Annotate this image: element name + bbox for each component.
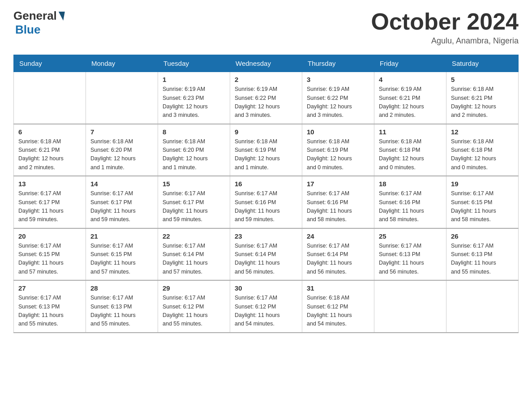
day-number: 8 (163, 128, 225, 136)
calendar-cell: 29Sunrise: 6:17 AM Sunset: 6:12 PM Dayli… (158, 280, 230, 333)
calendar-cell: 31Sunrise: 6:18 AM Sunset: 6:12 PM Dayli… (302, 280, 374, 333)
calendar-cell: 8Sunrise: 6:18 AM Sunset: 6:20 PM Daylig… (158, 124, 230, 176)
day-number: 9 (235, 128, 297, 136)
header-row: SundayMondayTuesdayWednesdayThursdayFrid… (14, 55, 519, 72)
calendar-cell: 11Sunrise: 6:18 AM Sunset: 6:18 PM Dayli… (374, 124, 446, 176)
calendar-cell (374, 280, 446, 333)
day-number: 6 (18, 128, 81, 136)
day-info: Sunrise: 6:18 AM Sunset: 6:12 PM Dayligh… (307, 294, 369, 329)
day-info: Sunrise: 6:17 AM Sunset: 6:15 PM Dayligh… (451, 189, 514, 224)
day-number: 28 (90, 284, 153, 292)
day-number: 13 (18, 180, 81, 188)
day-info: Sunrise: 6:19 AM Sunset: 6:22 PM Dayligh… (235, 85, 297, 120)
calendar-cell: 5Sunrise: 6:18 AM Sunset: 6:21 PM Daylig… (446, 72, 519, 124)
day-number: 20 (18, 232, 81, 240)
day-number: 3 (307, 76, 369, 83)
day-number: 16 (235, 180, 297, 188)
day-of-week-header: Wednesday (230, 55, 302, 72)
day-number: 2 (235, 76, 297, 83)
day-info: Sunrise: 6:18 AM Sunset: 6:20 PM Dayligh… (90, 137, 153, 172)
day-number: 11 (379, 128, 442, 136)
calendar-week-row: 20Sunrise: 6:17 AM Sunset: 6:15 PM Dayli… (14, 228, 519, 281)
day-number: 22 (163, 232, 225, 240)
day-number: 14 (90, 180, 153, 188)
day-number: 5 (451, 76, 514, 83)
title-block: October 2024 Agulu, Anambra, Nigeria (371, 9, 519, 46)
day-info: Sunrise: 6:17 AM Sunset: 6:14 PM Dayligh… (307, 242, 369, 277)
calendar-cell: 27Sunrise: 6:17 AM Sunset: 6:13 PM Dayli… (14, 280, 86, 333)
day-number: 7 (90, 128, 153, 136)
day-number: 17 (307, 180, 369, 188)
calendar-week-row: 27Sunrise: 6:17 AM Sunset: 6:13 PM Dayli… (14, 280, 519, 333)
day-of-week-header: Thursday (302, 55, 374, 72)
day-number: 27 (18, 284, 81, 292)
day-info: Sunrise: 6:17 AM Sunset: 6:15 PM Dayligh… (90, 242, 153, 277)
day-info: Sunrise: 6:18 AM Sunset: 6:21 PM Dayligh… (451, 85, 514, 120)
calendar-cell: 16Sunrise: 6:17 AM Sunset: 6:16 PM Dayli… (230, 176, 302, 228)
day-number: 23 (235, 232, 297, 240)
day-info: Sunrise: 6:17 AM Sunset: 6:12 PM Dayligh… (235, 294, 297, 329)
logo-text: General (13, 9, 65, 23)
day-info: Sunrise: 6:17 AM Sunset: 6:13 PM Dayligh… (18, 294, 81, 329)
calendar-week-row: 1Sunrise: 6:19 AM Sunset: 6:23 PM Daylig… (14, 72, 519, 124)
calendar-cell: 17Sunrise: 6:17 AM Sunset: 6:16 PM Dayli… (302, 176, 374, 228)
calendar-week-row: 6Sunrise: 6:18 AM Sunset: 6:21 PM Daylig… (14, 124, 519, 176)
day-number: 26 (451, 232, 514, 240)
calendar-cell: 30Sunrise: 6:17 AM Sunset: 6:12 PM Dayli… (230, 280, 302, 333)
calendar-header: SundayMondayTuesdayWednesdayThursdayFrid… (14, 55, 519, 72)
day-number: 15 (163, 180, 225, 188)
day-info: Sunrise: 6:17 AM Sunset: 6:13 PM Dayligh… (379, 242, 442, 277)
day-of-week-header: Friday (374, 55, 446, 72)
calendar-table: SundayMondayTuesdayWednesdayThursdayFrid… (13, 55, 519, 333)
day-info: Sunrise: 6:18 AM Sunset: 6:19 PM Dayligh… (235, 137, 297, 172)
calendar-cell: 13Sunrise: 6:17 AM Sunset: 6:17 PM Dayli… (14, 176, 86, 228)
day-info: Sunrise: 6:17 AM Sunset: 6:17 PM Dayligh… (90, 189, 153, 224)
logo-blue-text: Blue (15, 23, 40, 36)
day-info: Sunrise: 6:17 AM Sunset: 6:12 PM Dayligh… (163, 294, 225, 329)
calendar-cell: 9Sunrise: 6:18 AM Sunset: 6:19 PM Daylig… (230, 124, 302, 176)
calendar-cell: 10Sunrise: 6:18 AM Sunset: 6:19 PM Dayli… (302, 124, 374, 176)
calendar-cell: 7Sunrise: 6:18 AM Sunset: 6:20 PM Daylig… (86, 124, 158, 176)
day-of-week-header: Saturday (446, 55, 519, 72)
day-info: Sunrise: 6:18 AM Sunset: 6:21 PM Dayligh… (18, 137, 81, 172)
day-number: 4 (379, 76, 442, 83)
calendar-cell (446, 280, 519, 333)
day-number: 25 (379, 232, 442, 240)
day-of-week-header: Tuesday (158, 55, 230, 72)
day-info: Sunrise: 6:17 AM Sunset: 6:16 PM Dayligh… (307, 189, 369, 224)
calendar-cell (14, 72, 86, 124)
day-info: Sunrise: 6:18 AM Sunset: 6:19 PM Dayligh… (307, 137, 369, 172)
day-info: Sunrise: 6:17 AM Sunset: 6:15 PM Dayligh… (18, 242, 81, 277)
day-of-week-header: Sunday (14, 55, 86, 72)
calendar-cell: 15Sunrise: 6:17 AM Sunset: 6:17 PM Dayli… (158, 176, 230, 228)
calendar-cell: 28Sunrise: 6:17 AM Sunset: 6:13 PM Dayli… (86, 280, 158, 333)
day-number: 30 (235, 284, 297, 292)
calendar-cell: 26Sunrise: 6:17 AM Sunset: 6:13 PM Dayli… (446, 228, 519, 281)
day-number: 10 (307, 128, 369, 136)
calendar-cell: 23Sunrise: 6:17 AM Sunset: 6:14 PM Dayli… (230, 228, 302, 281)
calendar-cell: 19Sunrise: 6:17 AM Sunset: 6:15 PM Dayli… (446, 176, 519, 228)
calendar-cell: 3Sunrise: 6:19 AM Sunset: 6:22 PM Daylig… (302, 72, 374, 124)
calendar-week-row: 13Sunrise: 6:17 AM Sunset: 6:17 PM Dayli… (14, 176, 519, 228)
day-info: Sunrise: 6:18 AM Sunset: 6:18 PM Dayligh… (379, 137, 442, 172)
day-number: 31 (307, 284, 369, 292)
day-info: Sunrise: 6:17 AM Sunset: 6:13 PM Dayligh… (90, 294, 153, 329)
day-info: Sunrise: 6:19 AM Sunset: 6:21 PM Dayligh… (379, 85, 442, 120)
calendar-cell: 25Sunrise: 6:17 AM Sunset: 6:13 PM Dayli… (374, 228, 446, 281)
day-info: Sunrise: 6:17 AM Sunset: 6:14 PM Dayligh… (163, 242, 225, 277)
calendar-cell: 20Sunrise: 6:17 AM Sunset: 6:15 PM Dayli… (14, 228, 86, 281)
day-of-week-header: Monday (86, 55, 158, 72)
page-header: General Blue October 2024 Agulu, Anambra… (13, 9, 519, 46)
day-number: 29 (163, 284, 225, 292)
calendar-cell: 1Sunrise: 6:19 AM Sunset: 6:23 PM Daylig… (158, 72, 230, 124)
calendar-cell: 21Sunrise: 6:17 AM Sunset: 6:15 PM Dayli… (86, 228, 158, 281)
calendar-cell: 18Sunrise: 6:17 AM Sunset: 6:16 PM Dayli… (374, 176, 446, 228)
day-info: Sunrise: 6:19 AM Sunset: 6:22 PM Dayligh… (307, 85, 369, 120)
day-info: Sunrise: 6:18 AM Sunset: 6:18 PM Dayligh… (451, 137, 514, 172)
location: Agulu, Anambra, Nigeria (371, 36, 519, 46)
day-number: 1 (163, 76, 225, 83)
calendar-cell: 14Sunrise: 6:17 AM Sunset: 6:17 PM Dayli… (86, 176, 158, 228)
day-info: Sunrise: 6:17 AM Sunset: 6:16 PM Dayligh… (379, 189, 442, 224)
logo: General Blue (13, 9, 65, 37)
calendar-body: 1Sunrise: 6:19 AM Sunset: 6:23 PM Daylig… (14, 72, 519, 333)
